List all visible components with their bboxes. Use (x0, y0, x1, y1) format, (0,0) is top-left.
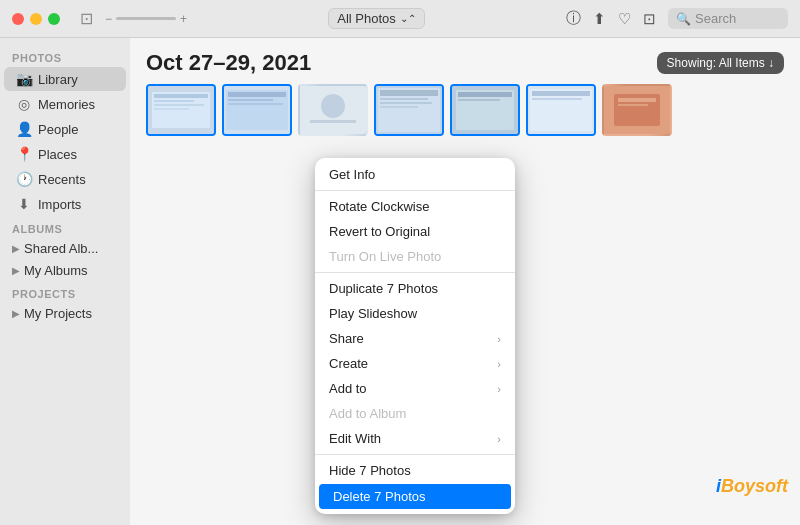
menu-play-slideshow[interactable]: Play Slideshow (315, 301, 515, 326)
share-arrow: › (497, 333, 501, 345)
svg-point-12 (321, 94, 345, 118)
share-icon[interactable]: ⬆ (593, 10, 606, 28)
menu-get-info[interactable]: Get Info (315, 162, 515, 187)
svg-rect-23 (458, 99, 500, 101)
photo-thumb-4[interactable] (374, 84, 444, 136)
share-label: Share (329, 331, 364, 346)
my-projects-label: My Projects (24, 306, 92, 321)
sidebar-item-people[interactable]: 👤 People (4, 117, 126, 141)
rotate-clockwise-label: Rotate Clockwise (329, 199, 429, 214)
add-to-album-label: Add to Album (329, 406, 406, 421)
edit-with-label: Edit With (329, 431, 381, 446)
thumb-inner-5 (452, 86, 518, 134)
sidebar-item-shared-albums[interactable]: ▶ Shared Alb... (4, 238, 126, 259)
photo-thumb-7[interactable] (602, 84, 672, 136)
menu-rotate-clockwise[interactable]: Rotate Clockwise (315, 194, 515, 219)
my-albums-arrow: ▶ (12, 265, 20, 276)
frame-icon[interactable]: ⊡ (80, 9, 93, 28)
menu-hide-photos[interactable]: Hide 7 Photos (315, 458, 515, 483)
menu-separator-1 (315, 190, 515, 191)
svg-rect-19 (380, 106, 418, 108)
places-label: Places (38, 147, 114, 162)
zoom-slider[interactable] (116, 17, 176, 20)
delete-photos-label: Delete 7 Photos (333, 489, 426, 504)
menu-turn-on-live-photo: Turn On Live Photo (315, 244, 515, 269)
menu-delete-photos[interactable]: Delete 7 Photos (319, 484, 511, 509)
svg-rect-4 (154, 104, 204, 106)
menu-share[interactable]: Share › (315, 326, 515, 351)
imports-icon: ⬇ (16, 196, 32, 212)
thumb-inner-1 (148, 86, 214, 134)
menu-duplicate[interactable]: Duplicate 7 Photos (315, 276, 515, 301)
sidebar-item-library[interactable]: 📷 Library (4, 67, 126, 91)
slider-area: − + (105, 12, 187, 26)
heart-icon[interactable]: ♡ (618, 10, 631, 28)
crop-icon[interactable]: ⊡ (643, 10, 656, 28)
thumb-inner-4 (376, 86, 442, 134)
my-projects-arrow: ▶ (12, 308, 20, 319)
sidebar-item-my-albums[interactable]: ▶ My Albums (4, 260, 126, 281)
revert-to-original-label: Revert to Original (329, 224, 430, 239)
menu-edit-with[interactable]: Edit With › (315, 426, 515, 451)
people-label: People (38, 122, 114, 137)
thumb-inner-6 (528, 86, 594, 134)
recents-label: Recents (38, 172, 114, 187)
info-icon[interactable]: ⓘ (566, 9, 581, 28)
showing-button[interactable]: Showing: All Items ↓ (657, 52, 784, 74)
photo-thumb-2[interactable] (222, 84, 292, 136)
photo-thumb-5[interactable] (450, 84, 520, 136)
my-albums-label: My Albums (24, 263, 88, 278)
add-to-arrow: › (497, 383, 501, 395)
projects-section-label: Projects (0, 282, 130, 302)
minus-icon: − (105, 12, 112, 26)
thumb-inner-7 (604, 86, 670, 134)
sidebar-item-recents[interactable]: 🕐 Recents (4, 167, 126, 191)
svg-rect-10 (228, 103, 283, 105)
thumb-inner-2 (224, 86, 290, 134)
edit-with-arrow: › (497, 433, 501, 445)
svg-rect-27 (532, 98, 582, 100)
titlebar-right: ⓘ ⬆ ♡ ⊡ 🔍 Search (566, 8, 788, 29)
showing-label: Showing: All Items ↓ (667, 56, 774, 70)
svg-rect-2 (154, 94, 208, 98)
menu-create[interactable]: Create › (315, 351, 515, 376)
photo-strip (130, 84, 800, 148)
svg-rect-5 (154, 108, 189, 110)
main-layout: Photos 📷 Library ◎ Memories 👤 People 📍 P… (0, 38, 800, 525)
svg-rect-30 (618, 98, 656, 102)
svg-rect-22 (458, 92, 512, 97)
menu-separator-3 (315, 454, 515, 455)
close-button[interactable] (12, 13, 24, 25)
svg-rect-8 (228, 92, 286, 97)
menu-add-to[interactable]: Add to › (315, 376, 515, 401)
context-menu: Get Info Rotate Clockwise Revert to Orig… (315, 158, 515, 514)
content-area: Oct 27–29, 2021 Showing: All Items ↓ (130, 38, 800, 525)
photo-thumb-6[interactable] (526, 84, 596, 136)
date-title: Oct 27–29, 2021 (146, 50, 311, 76)
menu-add-to-album: Add to Album (315, 401, 515, 426)
sidebar-item-my-projects[interactable]: ▶ My Projects (4, 303, 126, 324)
imports-label: Imports (38, 197, 114, 212)
plus-icon[interactable]: + (180, 12, 187, 26)
maximize-button[interactable] (48, 13, 60, 25)
recents-icon: 🕐 (16, 171, 32, 187)
sidebar-item-places[interactable]: 📍 Places (4, 142, 126, 166)
sidebar-item-memories[interactable]: ◎ Memories (4, 92, 126, 116)
menu-revert-to-original[interactable]: Revert to Original (315, 219, 515, 244)
sidebar-item-imports[interactable]: ⬇ Imports (4, 192, 126, 216)
titlebar: ⊡ − + All Photos ⌄⌃ ⓘ ⬆ ♡ ⊡ 🔍 Search (0, 0, 800, 38)
create-label: Create (329, 356, 368, 371)
photo-thumb-1[interactable] (146, 84, 216, 136)
add-to-label: Add to (329, 381, 367, 396)
places-icon: 📍 (16, 146, 32, 162)
watermark-boysoft: Boysoft (721, 476, 788, 496)
all-photos-dropdown[interactable]: All Photos ⌄⌃ (328, 8, 425, 29)
photo-thumb-3[interactable] (298, 84, 368, 136)
people-icon: 👤 (16, 121, 32, 137)
search-icon: 🔍 (676, 12, 691, 26)
search-box[interactable]: 🔍 Search (668, 8, 788, 29)
minimize-button[interactable] (30, 13, 42, 25)
svg-rect-17 (380, 98, 428, 100)
titlebar-center: All Photos ⌄⌃ (195, 8, 558, 29)
titlebar-controls: ⊡ − + (80, 9, 187, 28)
